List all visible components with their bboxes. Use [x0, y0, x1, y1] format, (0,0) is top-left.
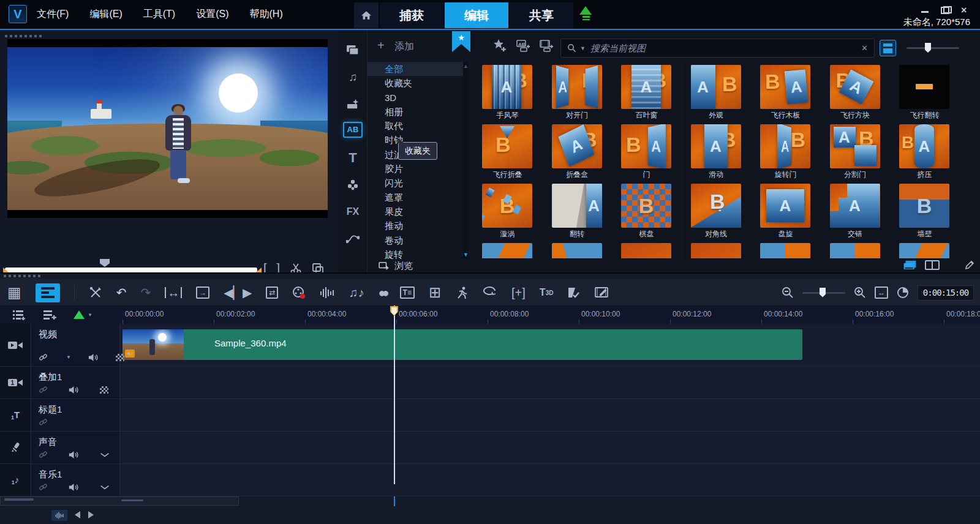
timeline-view-button[interactable] — [36, 283, 60, 302]
scrubber-thumb[interactable] — [100, 259, 110, 267]
transition-item[interactable]: BA飞行方块 — [821, 62, 891, 121]
track-height-icon[interactable] — [51, 510, 67, 521]
transition-item[interactable]: BA棋盘 — [612, 181, 682, 240]
transition-item[interactable] — [473, 240, 543, 258]
two-pane-view-icon[interactable] — [925, 260, 940, 270]
track-type-icon-video[interactable] — [0, 324, 31, 367]
add-category-label[interactable]: 添加 — [394, 40, 414, 53]
scroll-up-icon[interactable]: ▲ — [463, 63, 469, 69]
audio-library-icon[interactable]: ♫ — [338, 68, 368, 86]
transition-item[interactable] — [612, 240, 682, 258]
list-view-toggle-button[interactable] — [880, 40, 896, 56]
ripple-edit-button[interactable]: ⇄ — [266, 286, 278, 299]
transition-item[interactable]: BA墙壁 — [890, 181, 960, 240]
batch-convert-button[interactable]: → — [196, 286, 209, 299]
transition-item[interactable]: BA对角线 — [682, 181, 752, 240]
trim-bar[interactable] — [5, 268, 257, 272]
track-link-icon[interactable] — [39, 385, 48, 394]
add-category-icon[interactable]: + — [377, 39, 385, 53]
add-to-favorites-icon[interactable] — [492, 39, 507, 52]
graphics-library-icon[interactable] — [338, 176, 368, 194]
title-editor-button[interactable]: T≡ — [400, 286, 415, 299]
scroll-down-icon[interactable]: ▼ — [463, 252, 469, 258]
track-waveform-icon[interactable] — [100, 452, 110, 458]
timeline-drag-handle[interactable] — [4, 275, 40, 277]
transition-item[interactable]: BA滑动 — [682, 121, 752, 181]
category-item[interactable]: 取代 — [368, 119, 463, 133]
show-clips-icon[interactable] — [903, 260, 918, 270]
transition-item[interactable]: BA门 — [612, 121, 682, 181]
transition-item[interactable]: BA折叠盒 — [543, 121, 612, 181]
link-caret-icon[interactable]: ▼ — [66, 354, 71, 360]
transition-item[interactable] — [821, 240, 891, 258]
transition-item[interactable]: BA翻转 — [543, 181, 612, 240]
subtitle-editor-button[interactable]: [+] — [511, 286, 526, 300]
track-link-icon[interactable] — [39, 450, 48, 459]
track-link-icon[interactable] — [39, 353, 48, 362]
category-item[interactable]: 相册 — [368, 105, 463, 119]
category-item[interactable]: 胶片 — [368, 162, 463, 176]
playhead-line[interactable] — [394, 305, 395, 484]
split-clip-button[interactable]: ◀▏▶ — [224, 285, 252, 300]
preview-video[interactable] — [7, 39, 328, 218]
upload-arrow-icon[interactable] — [579, 6, 593, 22]
track-type-icon-title[interactable]: 1T — [0, 399, 31, 432]
transition-item[interactable]: BA百叶窗 — [612, 62, 682, 121]
transition-item[interactable]: BA飞行木板 — [751, 62, 821, 121]
home-icon[interactable] — [354, 2, 379, 28]
auto-music-button[interactable]: ♫♪ — [349, 286, 364, 300]
transition-item[interactable]: BA外观 — [682, 62, 752, 121]
track-waveform-icon[interactable] — [100, 484, 110, 490]
transition-item[interactable] — [682, 240, 752, 258]
trim-interval-button[interactable]: ↔ — [165, 287, 182, 298]
track-header[interactable]: 叠加1 — [31, 367, 119, 399]
transition-item[interactable]: BA盘旋 — [751, 181, 821, 240]
close-button[interactable]: × — [961, 6, 970, 14]
instant-project-icon[interactable] — [338, 95, 368, 113]
transition-item[interactable]: BA飞行折叠 — [473, 121, 543, 181]
undo-button[interactable]: ↶ — [116, 285, 127, 300]
category-item[interactable]: 卷动 — [368, 233, 463, 247]
grid-button[interactable]: ⊞ — [429, 284, 441, 301]
zoom-in-icon[interactable] — [854, 286, 866, 299]
category-item[interactable]: 遮罩 — [368, 190, 463, 204]
transition-item[interactable]: BA漩涡 — [473, 181, 543, 240]
menu-settings[interactable]: 设置(S) — [196, 8, 228, 21]
timeline-scroll-thumb[interactable] — [121, 500, 143, 501]
timeline-clip[interactable]: Sample_360.mp4 — [123, 329, 802, 360]
minimize-button[interactable] — [921, 6, 930, 14]
browse-button[interactable]: 浏览 — [368, 259, 470, 272]
restore-button[interactable] — [941, 6, 950, 14]
menu-file[interactable]: 文件(F) — [37, 8, 69, 21]
transition-item[interactable]: BA旋转门 — [751, 121, 821, 181]
category-item[interactable]: 全部 — [368, 62, 463, 76]
zoom-slider-thumb[interactable] — [820, 288, 826, 298]
track-link-icon[interactable] — [39, 417, 48, 427]
track-mute-icon[interactable] — [69, 451, 79, 459]
category-item[interactable]: 收藏夹 — [368, 76, 463, 90]
track-type-icon-music[interactable]: 1♪ — [0, 464, 31, 496]
mask-frame-button[interactable] — [595, 286, 609, 299]
titles-library-icon[interactable]: T — [338, 149, 368, 167]
track-lane-music[interactable] — [119, 464, 980, 496]
transition-item[interactable]: BA飞行翻转 — [890, 62, 960, 121]
track-header[interactable]: 视频▼ — [31, 324, 119, 367]
motion-path-library-icon[interactable] — [338, 230, 368, 248]
track-link-icon[interactable] — [39, 482, 48, 492]
thumbnail-size-slider[interactable] — [907, 47, 959, 49]
category-item[interactable]: 推动 — [368, 219, 463, 233]
add-template-icon[interactable] — [539, 39, 554, 52]
tools-button[interactable] — [89, 286, 102, 299]
track-transparency-icon[interactable] — [100, 386, 108, 394]
transition-item[interactable]: BA交错 — [821, 181, 891, 240]
storyboard-view-button[interactable]: ▦ — [7, 284, 21, 301]
media-library-icon[interactable] — [338, 41, 368, 59]
track-mute-icon[interactable] — [69, 386, 79, 394]
fit-project-button[interactable]: ↔ — [875, 286, 888, 299]
category-item[interactable]: 果皮 — [368, 204, 463, 219]
scroll-right-icon[interactable] — [88, 511, 94, 518]
sound-mixer-button[interactable] — [320, 286, 334, 299]
customize-motion-button[interactable] — [483, 286, 497, 299]
track-header[interactable]: 音乐1 — [31, 464, 119, 496]
panel-drag-handle[interactable] — [5, 35, 42, 37]
